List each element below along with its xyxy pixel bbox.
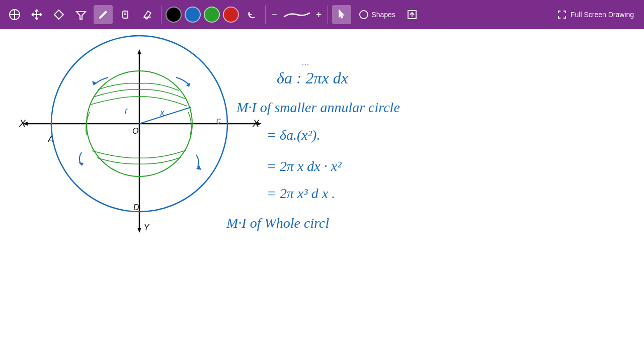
svg-text:M·I of smaller annular circle: M·I of smaller annular circle bbox=[236, 100, 400, 115]
pointer-tool-button[interactable] bbox=[332, 5, 351, 24]
toolbar: − + Shapes Full Screen Drawin bbox=[0, 0, 644, 29]
svg-text:D: D bbox=[133, 203, 139, 212]
svg-point-7 bbox=[360, 11, 368, 19]
color-black-button[interactable] bbox=[166, 7, 182, 23]
svg-text:...: ... bbox=[302, 56, 309, 67]
shapes-button[interactable]: Shapes bbox=[354, 6, 399, 23]
drawing-canvas[interactable]: X X A O c D Y x r bbox=[0, 29, 644, 362]
fullscreen-label: Full Screen Drawing bbox=[571, 11, 634, 19]
shapes-label: Shapes bbox=[371, 11, 395, 19]
svg-text:r: r bbox=[125, 106, 128, 116]
svg-marker-15 bbox=[137, 228, 141, 233]
svg-text:δa : 2πx dx: δa : 2πx dx bbox=[277, 69, 348, 87]
svg-marker-14 bbox=[137, 49, 141, 54]
svg-text:= δa.(x²).: = δa.(x²). bbox=[267, 127, 320, 143]
svg-text:O: O bbox=[132, 127, 138, 135]
export-button[interactable] bbox=[403, 5, 422, 24]
svg-text:X: X bbox=[19, 118, 26, 129]
separator-3 bbox=[328, 6, 328, 24]
svg-marker-30 bbox=[196, 165, 201, 170]
pen-tool-button[interactable] bbox=[94, 5, 113, 24]
color-blue-button[interactable] bbox=[185, 7, 201, 23]
stroke-minus-button[interactable]: − bbox=[270, 9, 280, 21]
color-green-button[interactable] bbox=[204, 7, 220, 23]
canvas-area[interactable]: X X A O c D Y x r bbox=[0, 29, 644, 362]
separator-1 bbox=[161, 6, 162, 24]
svg-marker-27 bbox=[92, 81, 97, 85]
filter-tool-button[interactable] bbox=[71, 5, 91, 24]
separator-2 bbox=[265, 6, 266, 24]
svg-marker-29 bbox=[78, 162, 84, 166]
svg-line-31 bbox=[139, 107, 191, 124]
select-tool-button[interactable] bbox=[5, 5, 24, 24]
stroke-plus-button[interactable]: + bbox=[314, 9, 324, 21]
highlighter-tool-button[interactable] bbox=[116, 5, 135, 24]
svg-text:= 2π x dx · x²: = 2π x dx · x² bbox=[267, 158, 342, 174]
svg-text:= 2π x³ d x .: = 2π x³ d x . bbox=[267, 186, 335, 201]
move-tool-button[interactable] bbox=[27, 5, 46, 24]
lasso-tool-button[interactable] bbox=[49, 5, 68, 24]
undo-button[interactable] bbox=[242, 5, 261, 24]
color-red-button[interactable] bbox=[223, 7, 239, 23]
svg-text:M·I of Whole circl: M·I of Whole circl bbox=[226, 215, 329, 231]
fullscreen-button[interactable]: Full Screen Drawing bbox=[551, 6, 639, 23]
svg-text:Y: Y bbox=[143, 222, 150, 232]
svg-text:c: c bbox=[216, 116, 221, 126]
svg-text:X: X bbox=[252, 118, 260, 129]
stroke-preview bbox=[282, 5, 312, 24]
stroke-controls: − + bbox=[270, 5, 324, 24]
eraser-tool-button[interactable] bbox=[138, 5, 157, 24]
